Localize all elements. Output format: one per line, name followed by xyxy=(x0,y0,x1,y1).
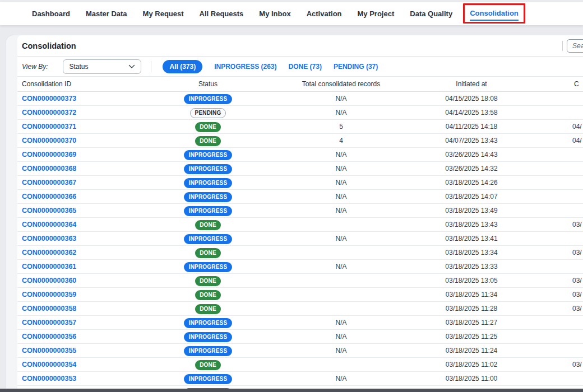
status-badge-done: DONE xyxy=(195,304,221,314)
table-row: CON0000000363INPROGRESSN/A03/18/2025 13:… xyxy=(17,232,583,246)
status-badge-done: DONE xyxy=(195,122,221,132)
nav-item-my-project[interactable]: My Project xyxy=(358,8,395,20)
status-cell: INPROGRESS xyxy=(141,205,275,216)
total-records-cell: N/A xyxy=(275,193,407,200)
initiated-at-cell: 04/15/2025 18:08 xyxy=(407,95,536,102)
status-cell: DONE xyxy=(141,289,275,300)
view-by-select[interactable]: Status xyxy=(63,59,141,74)
status-cell: PENDING xyxy=(141,107,275,118)
total-records-cell: N/A xyxy=(275,179,407,186)
total-records-cell: N/A xyxy=(275,375,407,382)
consolidation-id-link[interactable]: CON0000000369 xyxy=(17,151,141,158)
nav-item-my-inbox[interactable]: My Inbox xyxy=(259,8,290,20)
consolidation-id-link[interactable]: CON0000000366 xyxy=(17,193,141,200)
initiated-at-cell: 03/18/2025 11:00 xyxy=(407,375,536,382)
initiated-at-cell: 03/18/2025 11:02 xyxy=(407,361,536,368)
initiated-at-cell: 04/14/2025 13:58 xyxy=(407,109,536,116)
consolidation-id-link[interactable]: CON0000000353 xyxy=(17,375,141,382)
status-badge-done: DONE xyxy=(195,276,221,286)
consolidation-id-link[interactable]: CON0000000371 xyxy=(17,123,141,130)
status-cell: INPROGRESS xyxy=(141,317,275,328)
header-divider xyxy=(562,41,563,51)
total-records-cell: N/A xyxy=(275,347,407,354)
filter-all-373[interactable]: All (373) xyxy=(163,60,202,73)
completed-at-cell: 04/ xyxy=(536,137,583,144)
table-row: CON0000000364DONE03/18/2025 13:4303/ xyxy=(17,218,583,232)
consolidation-id-link[interactable]: CON0000000370 xyxy=(17,137,141,144)
column-initiated-at: Initiated at xyxy=(407,80,536,88)
nav-item-dashboard[interactable]: Dashboard xyxy=(32,8,70,20)
table-row: CON0000000355INPROGRESSN/A03/18/2025 11:… xyxy=(17,344,583,358)
status-cell: DONE xyxy=(141,135,275,146)
status-badge-pending: PENDING xyxy=(190,108,226,118)
consolidation-id-link[interactable]: CON0000000364 xyxy=(17,221,141,228)
status-cell: INPROGRESS xyxy=(141,233,275,244)
status-cell: INPROGRESS xyxy=(141,345,275,356)
consolidation-id-link[interactable]: CON0000000356 xyxy=(17,333,141,340)
initiated-at-cell: 03/18/2025 13:05 xyxy=(407,277,536,284)
top-navigation: DashboardMaster DataMy RequestAll Reques… xyxy=(0,2,583,25)
initiated-at-cell: 03/26/2025 14:32 xyxy=(407,165,536,172)
status-badge-inprogress: INPROGRESS xyxy=(184,94,233,104)
nav-item-data-quality[interactable]: Data Quality xyxy=(410,8,452,20)
nav-item-all-requests[interactable]: All Requests xyxy=(200,8,244,20)
completed-at-cell: 04/ xyxy=(536,123,583,130)
nav-item-consolidation[interactable]: Consolidation xyxy=(470,7,519,21)
consolidation-id-link[interactable]: CON0000000365 xyxy=(17,207,141,214)
consolidation-id-link[interactable]: CON0000000355 xyxy=(17,347,141,354)
status-cell: INPROGRESS xyxy=(141,373,275,384)
table-row: CON0000000354DONE03/18/2025 11:0203/ xyxy=(17,358,583,372)
consolidation-id-link[interactable]: CON0000000358 xyxy=(17,305,141,312)
filter-done-73[interactable]: DONE (73) xyxy=(289,63,322,71)
column-total-records: Total consolidated records xyxy=(275,80,407,88)
nav-item-activation[interactable]: Activation xyxy=(307,8,342,20)
consolidation-id-link[interactable]: CON0000000372 xyxy=(17,109,141,116)
table-row: CON0000000358DONE03/18/2025 11:2803/ xyxy=(17,302,583,316)
initiated-at-cell: 04/07/2025 13:43 xyxy=(407,137,536,144)
status-cell: INPROGRESS xyxy=(141,93,275,104)
completed-at-cell: 03/ xyxy=(536,361,583,368)
completed-at-cell: 03/ xyxy=(536,277,583,284)
total-records-cell: N/A xyxy=(275,109,407,116)
status-badge-done: DONE xyxy=(195,290,221,300)
status-badge-inprogress: INPROGRESS xyxy=(184,332,233,342)
consolidation-id-link[interactable]: CON0000000362 xyxy=(17,249,141,256)
table-row: CON0000000353INPROGRESSN/A03/18/2025 11:… xyxy=(17,372,583,386)
status-badge-inprogress: INPROGRESS xyxy=(184,346,233,356)
window-bottom-edge xyxy=(0,389,583,392)
table-row: CON0000000366INPROGRESSN/A03/18/2025 14:… xyxy=(17,190,583,204)
table-row: CON0000000372PENDINGN/A04/14/2025 13:58 xyxy=(17,106,583,120)
consolidation-id-link[interactable]: CON0000000357 xyxy=(17,319,141,326)
filter-pending-37[interactable]: PENDING (37) xyxy=(334,63,378,71)
status-badge-inprogress: INPROGRESS xyxy=(184,150,233,160)
consolidation-id-link[interactable]: CON0000000359 xyxy=(17,291,141,298)
active-tab-highlight-box: Consolidation xyxy=(463,3,525,24)
filter-toolbar: View By: Status All (373)INPROGRESS (263… xyxy=(17,57,583,77)
view-by-selected-value: Status xyxy=(69,63,88,71)
status-badge-inprogress: INPROGRESS xyxy=(184,318,233,328)
page-title: Consolidation xyxy=(22,41,76,50)
status-badge-done: DONE xyxy=(195,136,221,146)
consolidation-id-link[interactable]: CON0000000363 xyxy=(17,235,141,242)
consolidation-id-link[interactable]: CON0000000354 xyxy=(17,361,141,368)
initiated-at-cell: 03/26/2025 14:43 xyxy=(407,151,536,158)
filter-inprogress-263[interactable]: INPROGRESS (263) xyxy=(214,63,276,71)
total-records-cell: N/A xyxy=(275,95,407,102)
status-cell: DONE xyxy=(141,275,275,286)
nav-item-master-data[interactable]: Master Data xyxy=(86,8,127,20)
total-records-cell: N/A xyxy=(275,263,407,270)
consolidation-id-link[interactable]: CON0000000360 xyxy=(17,277,141,284)
status-cell: INPROGRESS xyxy=(141,163,275,174)
search-input[interactable] xyxy=(567,39,583,53)
consolidation-id-link[interactable]: CON0000000367 xyxy=(17,179,141,186)
completed-at-cell: 03/ xyxy=(536,249,583,256)
status-cell: INPROGRESS xyxy=(141,331,275,342)
consolidation-id-link[interactable]: CON0000000361 xyxy=(17,263,141,270)
table-row: CON0000000360DONE03/18/2025 13:0503/ xyxy=(17,274,583,288)
consolidation-id-link[interactable]: CON0000000373 xyxy=(17,95,141,102)
column-consolidation-id: Consolidation ID xyxy=(17,80,141,88)
consolidation-id-link[interactable]: CON0000000368 xyxy=(17,165,141,172)
consolidation-panel: Consolidation View By: Status All (373)I… xyxy=(17,35,583,389)
chevron-down-icon xyxy=(128,64,135,69)
nav-item-my-request[interactable]: My Request xyxy=(143,8,184,20)
